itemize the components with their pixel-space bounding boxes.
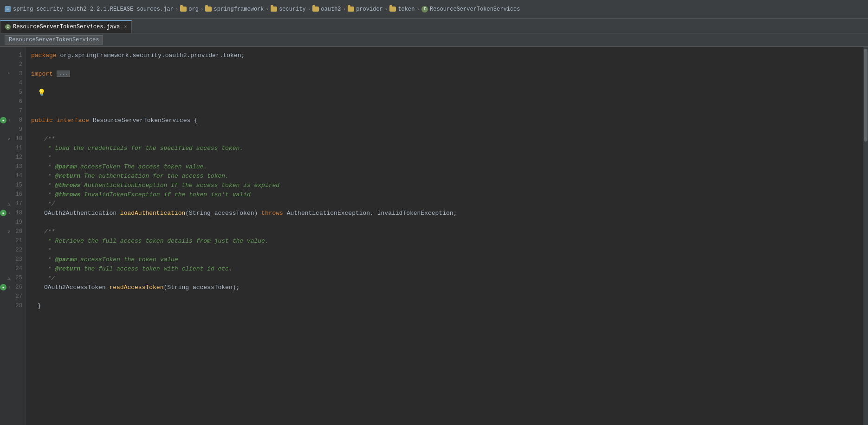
gutter-row-22: 22	[0, 245, 25, 255]
code-line-25: */	[31, 273, 863, 283]
gutter-row-19: 19	[0, 218, 25, 227]
line-numbers-gutter: 1 2 + 3 4 5 6 7 ● ↓ 8	[0, 47, 26, 425]
folder-icon-oauth2	[312, 6, 319, 12]
code-line-18: OAuth2Authentication loadAuthentication …	[31, 208, 863, 218]
code-line-14: * @return The authentication for the acc…	[31, 171, 863, 180]
gutter-row-16: 16	[0, 190, 25, 199]
gutter-row-9: 9	[0, 125, 25, 134]
gutter-icon-18[interactable]: ●	[0, 210, 6, 216]
breadcrumb-sep-1: ›	[201, 6, 204, 12]
gutter-row-18: ● ↓ 18	[0, 208, 25, 218]
breadcrumb-sep-6: ›	[416, 6, 420, 12]
code-line-8: public interface ResourceServerTokenServ…	[31, 116, 863, 125]
code-line-16: * @throws InvalidTokenException if the t…	[31, 190, 863, 199]
code-line-5: 💡	[31, 88, 863, 97]
gutter-icon-26[interactable]: ●	[0, 284, 6, 290]
breadcrumb-sep-5: ›	[385, 6, 388, 12]
gutter-row-20: ▽ 20	[0, 227, 25, 236]
breadcrumb-sep-2: ›	[266, 6, 269, 12]
interface-icon-breadcrumb: I	[421, 6, 428, 13]
fold-arrow-26[interactable]: ↓	[7, 285, 11, 290]
breadcrumb-sep-3: ›	[308, 6, 311, 12]
fold-arrow-17[interactable]: △	[6, 201, 11, 206]
gutter-row-7: 7	[0, 106, 25, 116]
tab-close-button[interactable]: ×	[124, 25, 127, 30]
gutter-row-8: ● ↓ 8	[0, 116, 25, 125]
code-line-11: * Load the credentials for the specified…	[31, 143, 863, 153]
code-line-1: package org.springframework.security.oau…	[31, 51, 863, 60]
scroll-thumb[interactable]	[864, 49, 868, 142]
fold-arrow-8[interactable]: ↓	[7, 118, 11, 122]
code-line-23: * @param accessToken the token value	[31, 255, 863, 264]
gutter-row-27: 27	[0, 292, 25, 301]
gutter-row-28: 28	[0, 301, 25, 310]
gutter-row-13: 13	[0, 162, 25, 171]
gutter-row-5: 5	[0, 88, 25, 97]
gutter-row-17: △ 17	[0, 199, 25, 208]
gutter-row-15: 15	[0, 180, 25, 190]
fold-arrow-25[interactable]: △	[6, 276, 11, 280]
code-line-17: */	[31, 199, 863, 208]
gutter-row-4: 4	[0, 78, 25, 88]
fold-arrow-10[interactable]: ▽	[6, 136, 11, 141]
code-line-15: * @throws AuthenticationException If the…	[31, 180, 863, 190]
code-line-28: }	[31, 301, 863, 310]
structure-tag[interactable]: ResourceServerTokenServices	[5, 35, 103, 45]
code-line-13: * @param accessToken The access token va…	[31, 162, 863, 171]
gutter-row-11: 11	[0, 143, 25, 153]
folder-icon-token	[389, 6, 396, 12]
gutter-row-1: 1	[0, 51, 25, 60]
import-fold[interactable]: ...	[57, 71, 71, 77]
code-line-22: *	[31, 245, 863, 255]
breadcrumb-sep-0: ›	[175, 6, 179, 12]
code-line-3: import ...	[31, 69, 863, 78]
gutter-row-23: 23	[0, 255, 25, 264]
structure-label-bar: ResourceServerTokenServices	[0, 33, 868, 47]
breadcrumb-jar[interactable]: J spring-security-oauth2-2.2.1.RELEASE-s…	[5, 6, 174, 13]
gutter-row-2: 2	[0, 60, 25, 69]
code-line-6	[31, 97, 863, 106]
file-tab[interactable]: I ResourceServerTokenServices.java ×	[0, 20, 132, 33]
code-editor[interactable]: package org.springframework.security.oau…	[26, 47, 863, 425]
code-line-26: OAuth2AccessToken readAccessToken (Strin…	[31, 283, 863, 292]
code-line-21: * Retrieve the full access token details…	[31, 236, 863, 245]
code-line-2	[31, 60, 863, 69]
gutter-row-14: 14	[0, 171, 25, 180]
vertical-scrollbar[interactable]	[863, 47, 868, 425]
tab-file-icon: I	[5, 24, 11, 30]
breadcrumb-org[interactable]: org	[180, 6, 199, 13]
tab-bar: I ResourceServerTokenServices.java ×	[0, 19, 868, 33]
breadcrumb-provider[interactable]: provider	[348, 6, 383, 13]
fold-arrow-18[interactable]: ↓	[7, 211, 11, 215]
gutter-row-12: 12	[0, 153, 25, 162]
gutter-row-25: △ 25	[0, 273, 25, 283]
gutter-row-21: 21	[0, 236, 25, 245]
code-line-19	[31, 218, 863, 227]
fold-arrow-3[interactable]: +	[6, 71, 11, 76]
code-area: 1 2 + 3 4 5 6 7 ● ↓ 8	[0, 47, 868, 425]
gutter-row-6: 6	[0, 97, 25, 106]
breadcrumb-token[interactable]: token	[389, 6, 415, 13]
breadcrumb-security[interactable]: security	[271, 6, 306, 13]
code-line-24: * @return the full access token with cli…	[31, 264, 863, 273]
lightbulb-icon: 💡	[31, 89, 45, 97]
gutter-row-3: + 3	[0, 69, 25, 78]
folder-icon-provider	[348, 6, 354, 12]
code-line-7	[31, 106, 863, 116]
code-line-4	[31, 78, 863, 88]
code-line-10: /**	[31, 134, 863, 143]
folder-icon-org	[180, 6, 187, 12]
gutter-row-10: ▽ 10	[0, 134, 25, 143]
jar-icon: J	[5, 6, 11, 12]
fold-arrow-20[interactable]: ▽	[6, 229, 11, 234]
breadcrumb-sep-4: ›	[343, 6, 346, 12]
breadcrumb-bar: J spring-security-oauth2-2.2.1.RELEASE-s…	[0, 0, 868, 19]
code-line-9	[31, 125, 863, 134]
gutter-icon-8[interactable]: ●	[0, 117, 6, 123]
breadcrumb-oauth2[interactable]: oauth2	[312, 6, 341, 13]
breadcrumb-class[interactable]: I ResourceServerTokenServices	[421, 6, 520, 13]
gutter-row-26: ● ↓ 26	[0, 283, 25, 292]
folder-icon-security	[271, 6, 277, 12]
breadcrumb-springframework[interactable]: springframework	[205, 6, 264, 13]
folder-icon-springframework	[205, 6, 212, 12]
